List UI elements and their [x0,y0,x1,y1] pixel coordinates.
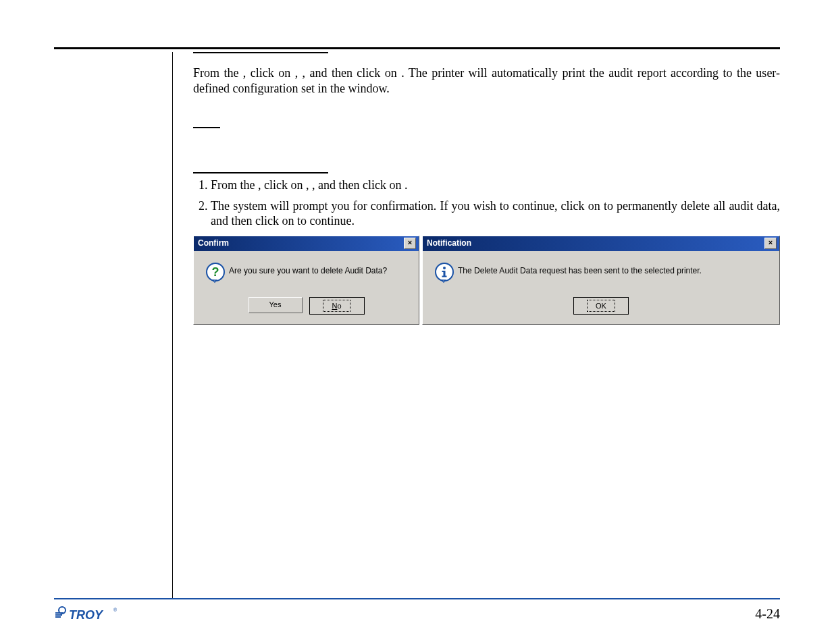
dialogs-row: Confirm × ? Are you [193,236,780,325]
svg-rect-6 [442,271,445,272]
no-button-label: No [323,300,350,312]
confirm-dialog-body: ? Are you sure you want to delete Audit … [194,251,419,324]
yes-button[interactable]: Yes [249,297,303,313]
svg-point-3 [443,267,446,269]
ok-button[interactable]: OK [573,297,629,315]
confirm-dialog-titlebar: Confirm × [194,236,419,251]
notification-dialog-titlebar: Notification × [423,236,779,251]
ok-button-label: OK [587,300,615,312]
section-rule-2 [193,172,328,173]
left-margin-column [54,52,173,599]
confirm-dialog-buttons: Yes No [202,297,411,315]
notification-dialog-message: The Delete Audit Data request has been s… [458,262,771,276]
confirm-dialog-title: Confirm [197,238,404,248]
info-icon [431,262,458,284]
intro-paragraph: From the , click on , , and then click o… [193,65,780,96]
confirm-dialog-message: Are you sure you want to delete Audit Da… [229,262,411,276]
no-button[interactable]: No [309,297,365,315]
body-area: From the , click on , , and then click o… [54,52,780,599]
confirm-dialog-close-button[interactable]: × [404,238,416,249]
confirm-dialog: Confirm × ? Are you [193,236,419,325]
spacer-2 [193,128,780,172]
notification-dialog-buttons: OK [431,297,771,315]
spacer-1 [193,100,780,127]
question-icon: ? [202,262,229,284]
footer-row: TROY ® 4-24 [54,603,780,624]
notification-dialog-title: Notification [425,238,764,248]
svg-rect-5 [442,275,447,277]
step-2: The system will prompt you for confirmat… [211,198,780,229]
troy-logo: TROY ® [54,603,122,624]
notification-dialog-close-button[interactable]: × [764,238,777,249]
document-page: From the , click on , , and then click o… [0,0,834,644]
content-column: From the , click on , , and then click o… [173,52,780,599]
notification-dialog-body: The Delete Audit Data request has been s… [423,251,779,324]
notification-dialog: Notification × [422,236,780,325]
svg-text:®: ® [113,608,118,612]
footer-rule [54,598,780,599]
step-1: From the , click on , , and then click o… [211,178,780,193]
page-top-rule [54,47,780,49]
page-number: 4-24 [755,606,780,622]
page-footer: TROY ® 4-24 [54,598,780,624]
svg-text:?: ? [212,265,219,279]
section-rule-1 [193,52,328,53]
steps-list: From the , click on , , and then click o… [193,178,780,229]
troy-logo-text: TROY [69,608,104,622]
